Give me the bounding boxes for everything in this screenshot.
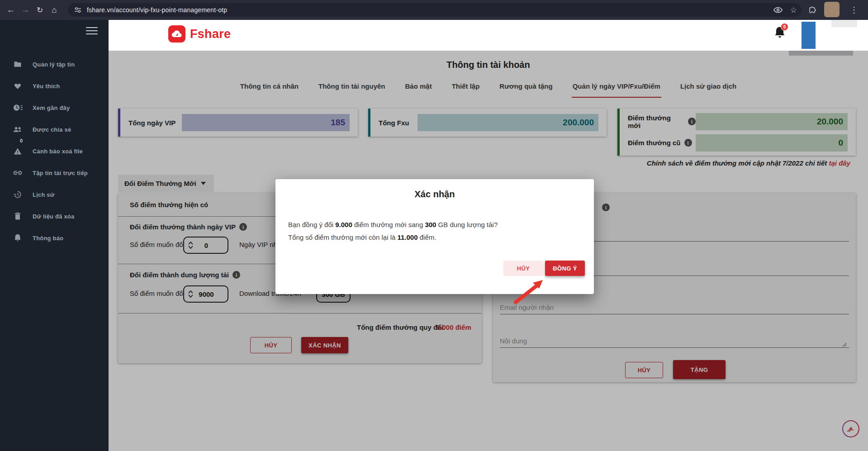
browser-home-button[interactable]: ⌂: [47, 0, 62, 20]
sidebar-item-history[interactable]: Lịch sử: [0, 185, 109, 204]
sidebar-item-delete-warning[interactable]: 0 Cảnh báo xoá file: [0, 141, 109, 161]
eye-icon[interactable]: [773, 6, 783, 14]
dialog-line-1: Bạn đồng ý đổi 9.000 điểm thưởng mới san…: [288, 221, 498, 228]
folder-icon: [13, 59, 23, 69]
confirm-dialog: Xác nhận Bạn đồng ý đổi 9.000 điểm thưởn…: [275, 179, 594, 294]
sidebar: Quản lý tập tin Yêu thích Xem gần đây Đư…: [0, 20, 109, 451]
site-info-icon[interactable]: [74, 6, 81, 14]
extensions-icon[interactable]: [808, 5, 817, 16]
url-text: fshare.vn/account/vip-fxu-point-manageme…: [87, 6, 227, 14]
bell-icon: [13, 233, 23, 243]
fshare-logo-icon[interactable]: [168, 25, 185, 43]
browser-menu-icon[interactable]: ⋮: [847, 0, 861, 20]
notification-bell-icon[interactable]: 0: [773, 25, 789, 43]
browser-reload-button[interactable]: ↻: [33, 0, 47, 20]
browser-toolbar: ← → ↻ ⌂ fshare.vn/account/vip-fxu-point-…: [0, 0, 868, 20]
sidebar-item-direct-download[interactable]: Tập tin tải trực tiếp: [0, 163, 109, 183]
heart-icon: [13, 81, 23, 91]
notification-count-badge: 0: [781, 23, 788, 31]
history-icon: [13, 190, 23, 199]
dialog-cancel-button[interactable]: HỦY: [503, 261, 543, 276]
dialog-line-2: Tổng số điểm thưởng mới còn lại là 11.00…: [288, 233, 436, 241]
browser-forward-button[interactable]: →: [18, 0, 33, 20]
warning-icon: [13, 146, 23, 156]
link-icon: [13, 168, 23, 178]
shared-icon: [13, 124, 23, 134]
dialog-title: Xác nhận: [275, 189, 594, 199]
sidebar-item-shared[interactable]: Được chia sẻ: [0, 119, 109, 139]
recent-icon: [13, 103, 23, 113]
sidebar-item-recent[interactable]: Xem gần đây: [0, 98, 109, 118]
sidebar-item-file-manager[interactable]: Quản lý tập tin: [0, 54, 109, 74]
user-avatar[interactable]: [802, 22, 816, 49]
dialog-confirm-button[interactable]: ĐỒNG Ý: [545, 261, 585, 276]
warning-count-badge: 0: [20, 138, 23, 143]
trash-icon: [13, 211, 23, 221]
fshare-logo-text[interactable]: Fshare: [190, 27, 231, 41]
sidebar-item-favorites[interactable]: Yêu thích: [0, 76, 109, 96]
fshare-account-page: ← → ↻ ⌂ fshare.vn/account/vip-fxu-point-…: [0, 0, 868, 451]
browser-back-button[interactable]: ←: [4, 0, 18, 20]
menu-toggle-icon[interactable]: [86, 27, 98, 35]
bookmark-star-icon[interactable]: ☆: [790, 5, 797, 15]
browser-profile-avatar[interactable]: [824, 2, 840, 17]
page-header: Fshare 0: [109, 20, 868, 51]
sidebar-item-deleted-data[interactable]: Dữ liệu đã xóa: [0, 206, 109, 226]
sidebar-item-notifications[interactable]: Thông báo: [0, 228, 109, 248]
address-bar[interactable]: fshare.vn/account/vip-fxu-point-manageme…: [68, 3, 802, 17]
